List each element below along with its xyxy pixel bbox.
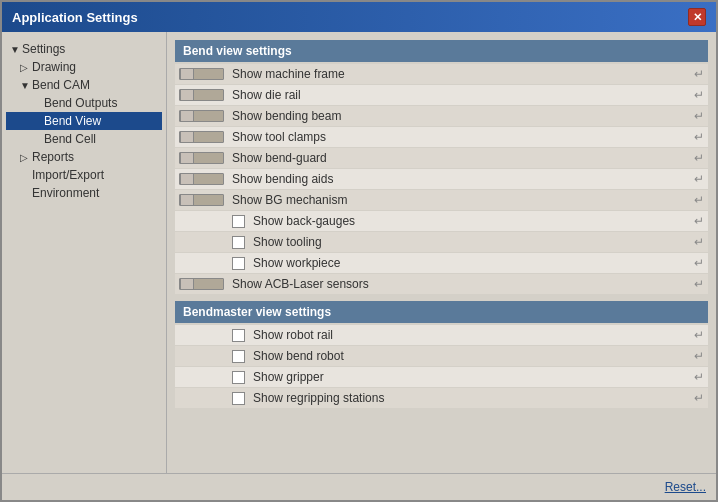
- slider-bending-beam[interactable]: [179, 110, 224, 122]
- sidebar-item-label: Bend Cell: [44, 132, 96, 146]
- return-icon: ↵: [694, 235, 704, 249]
- return-icon: ↵: [694, 349, 704, 363]
- return-icon: ↵: [694, 67, 704, 81]
- row-regripping: Show regripping stations ↵: [175, 388, 708, 408]
- sidebar-item-import-export[interactable]: Import/Export: [6, 166, 162, 184]
- slider-bend-guard[interactable]: [179, 152, 224, 164]
- row-gripper: Show gripper ↵: [175, 367, 708, 387]
- row-acb-laser: Show ACB-Laser sensors ↵: [175, 274, 708, 294]
- checkbox-regripping[interactable]: [232, 392, 245, 405]
- row-robot-rail: Show robot rail ↵: [175, 325, 708, 345]
- checkbox-back-gauges[interactable]: [232, 215, 245, 228]
- label-gripper: Show gripper: [253, 370, 690, 384]
- main-panel: Bend view settings Show machine frame ↵ …: [167, 32, 716, 473]
- return-icon: ↵: [694, 88, 704, 102]
- row-tool-clamps: Show tool clamps ↵: [175, 127, 708, 147]
- label-robot-rail: Show robot rail: [253, 328, 690, 342]
- bottom-bar: Reset...: [2, 473, 716, 500]
- sidebar-item-bend-outputs[interactable]: Bend Outputs: [6, 94, 162, 112]
- return-icon: ↵: [694, 328, 704, 342]
- label-bg-mechanism: Show BG mechanism: [232, 193, 690, 207]
- bend-view-section-header: Bend view settings: [175, 40, 708, 62]
- return-icon: ↵: [694, 172, 704, 186]
- checkbox-bend-robot[interactable]: [232, 350, 245, 363]
- label-die-rail: Show die rail: [232, 88, 690, 102]
- row-bending-aids: Show bending aids ↵: [175, 169, 708, 189]
- sidebar: ▼ Settings ▷ Drawing ▼ Bend CAM Bend Out…: [2, 32, 167, 473]
- checkbox-tooling[interactable]: [232, 236, 245, 249]
- row-bg-mechanism: Show BG mechanism ↵: [175, 190, 708, 210]
- application-settings-dialog: Application Settings ✕ ▼ Settings ▷ Draw…: [0, 0, 718, 502]
- sidebar-item-reports[interactable]: ▷ Reports: [6, 148, 162, 166]
- sidebar-item-label: Reports: [32, 150, 74, 164]
- arrow-icon: ▷: [20, 62, 30, 73]
- sidebar-item-label: Drawing: [32, 60, 76, 74]
- label-bending-beam: Show bending beam: [232, 109, 690, 123]
- label-machine-frame: Show machine frame: [232, 67, 690, 81]
- label-bend-robot: Show bend robot: [253, 349, 690, 363]
- slider-tool-clamps[interactable]: [179, 131, 224, 143]
- return-icon: ↵: [694, 391, 704, 405]
- row-machine-frame: Show machine frame ↵: [175, 64, 708, 84]
- checkbox-workpiece[interactable]: [232, 257, 245, 270]
- sidebar-item-label: Bend View: [44, 114, 101, 128]
- arrow-icon: ▼: [10, 44, 20, 55]
- label-regripping: Show regripping stations: [253, 391, 690, 405]
- sidebar-item-label: Import/Export: [32, 168, 104, 182]
- return-icon: ↵: [694, 370, 704, 384]
- label-back-gauges: Show back-gauges: [253, 214, 690, 228]
- sidebar-item-bend-cam[interactable]: ▼ Bend CAM: [6, 76, 162, 94]
- sidebar-item-label: Bend Outputs: [44, 96, 117, 110]
- reset-button[interactable]: Reset...: [665, 480, 706, 494]
- checkbox-robot-rail[interactable]: [232, 329, 245, 342]
- title-bar: Application Settings ✕: [2, 2, 716, 32]
- row-bend-guard: Show bend-guard ↵: [175, 148, 708, 168]
- label-workpiece: Show workpiece: [253, 256, 690, 270]
- row-die-rail: Show die rail ↵: [175, 85, 708, 105]
- return-icon: ↵: [694, 256, 704, 270]
- slider-bg-mechanism[interactable]: [179, 194, 224, 206]
- return-icon: ↵: [694, 214, 704, 228]
- arrow-icon: ▷: [20, 152, 30, 163]
- row-bending-beam: Show bending beam ↵: [175, 106, 708, 126]
- label-acb-laser: Show ACB-Laser sensors: [232, 277, 690, 291]
- row-bend-robot: Show bend robot ↵: [175, 346, 708, 366]
- row-back-gauges: Show back-gauges ↵: [175, 211, 708, 231]
- label-bending-aids: Show bending aids: [232, 172, 690, 186]
- slider-acb-laser[interactable]: [179, 278, 224, 290]
- dialog-title: Application Settings: [12, 10, 138, 25]
- sidebar-item-label: Bend CAM: [32, 78, 90, 92]
- sidebar-item-drawing[interactable]: ▷ Drawing: [6, 58, 162, 76]
- sidebar-item-settings[interactable]: ▼ Settings: [6, 40, 162, 58]
- sidebar-item-label: Settings: [22, 42, 65, 56]
- sidebar-item-environment[interactable]: Environment: [6, 184, 162, 202]
- label-tooling: Show tooling: [253, 235, 690, 249]
- sidebar-item-bend-view[interactable]: Bend View: [6, 112, 162, 130]
- sidebar-item-bend-cell[interactable]: Bend Cell: [6, 130, 162, 148]
- return-icon: ↵: [694, 109, 704, 123]
- sidebar-item-label: Environment: [32, 186, 99, 200]
- label-bend-guard: Show bend-guard: [232, 151, 690, 165]
- label-tool-clamps: Show tool clamps: [232, 130, 690, 144]
- return-icon: ↵: [694, 130, 704, 144]
- slider-bending-aids[interactable]: [179, 173, 224, 185]
- return-icon: ↵: [694, 193, 704, 207]
- row-workpiece: Show workpiece ↵: [175, 253, 708, 273]
- slider-die-rail[interactable]: [179, 89, 224, 101]
- content-area: ▼ Settings ▷ Drawing ▼ Bend CAM Bend Out…: [2, 32, 716, 473]
- arrow-icon: ▼: [20, 80, 30, 91]
- bendmaster-section-header: Bendmaster view settings: [175, 301, 708, 323]
- return-icon: ↵: [694, 277, 704, 291]
- return-icon: ↵: [694, 151, 704, 165]
- row-tooling: Show tooling ↵: [175, 232, 708, 252]
- checkbox-gripper[interactable]: [232, 371, 245, 384]
- close-button[interactable]: ✕: [688, 8, 706, 26]
- slider-machine-frame[interactable]: [179, 68, 224, 80]
